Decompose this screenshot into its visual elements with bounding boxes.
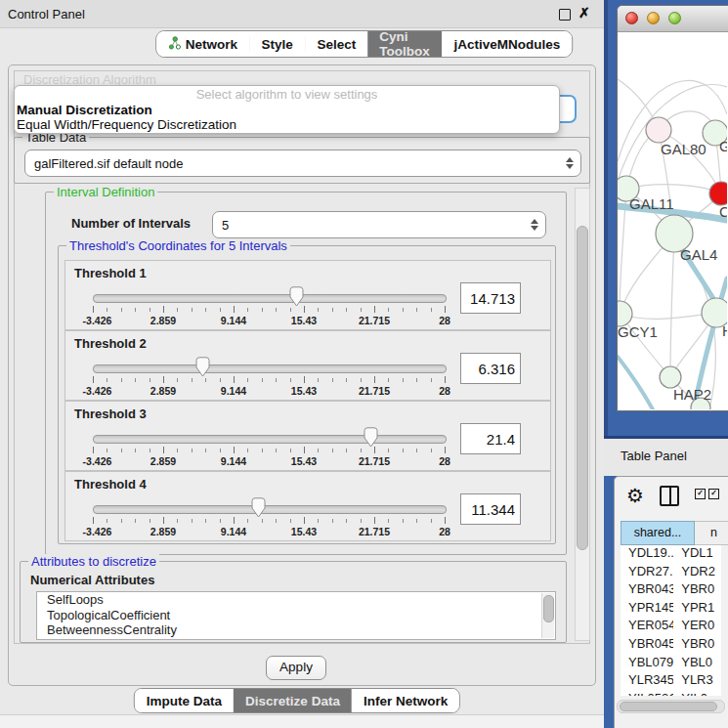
split-columns-icon[interactable] — [660, 486, 679, 506]
list-item[interactable]: TopologicalCoefficient — [37, 608, 555, 623]
slider-ticks — [93, 447, 445, 455]
node-highlighted-red[interactable] — [709, 182, 727, 205]
node-hap2[interactable] — [660, 366, 681, 388]
node-label: C — [719, 203, 727, 220]
tab-jactivemnodules[interactable]: jActiveMNodules — [443, 31, 573, 57]
tab-select[interactable]: Select — [306, 31, 368, 57]
numerical-attributes-label: Numerical Attributes — [30, 573, 154, 587]
slider-tick-labels: -3.426 2.859 9.144 15.43 21.715 28 — [93, 385, 445, 397]
tab-style[interactable]: Style — [250, 31, 305, 57]
table-row[interactable]: YDL19...YDL1 — [621, 545, 721, 564]
tab-infer-network[interactable]: Infer Network — [352, 689, 459, 712]
minimize-traffic-light-icon[interactable] — [647, 12, 660, 24]
interval-definition-title: Interval Definition — [54, 185, 157, 199]
table-horizontal-scrollbar[interactable] — [617, 700, 725, 713]
table-toolbar: ⚙ ✓ ✓ — [615, 477, 728, 516]
table-row[interactable]: YBL079WYBL0 — [621, 655, 721, 673]
tab-cyni-toolbox[interactable]: Cyni Toolbox — [367, 31, 442, 57]
threshold-3-panel: Threshold 3 -3.426 2.859 9.144 15.43 21.… — [64, 401, 551, 471]
slider-thumb[interactable] — [251, 497, 266, 518]
network-icon — [168, 36, 181, 53]
threshold-2-value-input[interactable] — [460, 353, 521, 384]
threshold-3-value-input[interactable] — [460, 423, 521, 454]
node-label: H — [722, 322, 727, 339]
table-row[interactable]: YLR345WYLR3 — [621, 672, 721, 691]
number-of-intervals-combo[interactable]: 5 — [212, 211, 546, 238]
float-window-icon[interactable] — [559, 9, 571, 21]
slider-thumb[interactable] — [364, 427, 378, 448]
threshold-2-label: Threshold 2 — [74, 336, 147, 351]
slider-thumb[interactable] — [195, 357, 210, 377]
table-panel-window: ⚙ ✓ ✓ shared... n YDL19...YDL1 YDR27...Y… — [614, 476, 728, 728]
desktop-background: GAL80 GA C GAL11 GAL4 GCY1 H HAP2 Table … — [604, 0, 728, 728]
checkbox-icon[interactable]: ✓ — [708, 489, 719, 499]
threshold-1-value-input[interactable] — [460, 282, 521, 314]
threshold-1-slider[interactable]: -3.426 2.859 9.144 15.43 21.715 28 — [93, 288, 445, 327]
table-row[interactable]: YPR145WYPR1 — [621, 600, 721, 619]
tab-network[interactable]: Network — [156, 31, 249, 57]
panel-divider[interactable] — [604, 0, 608, 438]
list-item[interactable]: SelfLoops — [37, 592, 555, 608]
table-row[interactable]: YBR043CYBR0 — [621, 581, 721, 600]
threshold-4-label: Threshold 4 — [74, 477, 147, 492]
slider-track[interactable] — [93, 364, 447, 373]
table-panel-titlebar: Table Panel — [604, 436, 728, 476]
list-item[interactable]: BetweennessCentrality — [37, 622, 555, 638]
threshold-4-value-input[interactable] — [460, 493, 521, 525]
node-label: HAP2 — [673, 386, 711, 403]
attributes-group-title: Attributes to discretize — [28, 554, 159, 569]
table-row[interactable]: YIL052CYIL0 — [621, 691, 721, 696]
threshold-3-slider[interactable]: -3.426 2.859 9.144 15.43 21.715 28 — [93, 429, 445, 468]
scrollbar-thumb[interactable] — [543, 595, 554, 622]
close-icon[interactable]: ✗ — [578, 5, 590, 21]
combo-spinner-icon — [566, 157, 574, 169]
column-header-name[interactable]: n — [695, 521, 728, 545]
tab-impute-data[interactable]: Impute Data — [135, 689, 234, 712]
column-header-shared-name[interactable]: shared... — [621, 521, 695, 545]
table-data-combo[interactable]: galFiltered.sif default node — [24, 150, 581, 177]
threshold-4-slider[interactable]: -3.426 2.859 9.144 15.43 21.715 28 — [93, 499, 445, 538]
content-scrollbar[interactable] — [575, 188, 590, 641]
network-window-titlebar[interactable] — [618, 6, 728, 32]
slider-track[interactable] — [93, 505, 447, 514]
dropdown-option-manual[interactable]: Manual Discretization — [15, 103, 559, 117]
slider-thumb[interactable] — [289, 286, 304, 307]
table-row[interactable]: YDR27...YDR2 — [621, 564, 721, 582]
close-traffic-light-icon[interactable] — [625, 12, 638, 24]
slider-ticks — [93, 517, 445, 526]
checkbox-icon[interactable]: ✓ — [695, 489, 706, 499]
apply-button[interactable]: Apply — [266, 656, 326, 680]
control-panel-titlebar: Control Panel ✗ — [0, 0, 604, 28]
node-label: GA — [719, 138, 727, 154]
node-label: GAL11 — [629, 195, 674, 212]
number-of-intervals-value: 5 — [213, 218, 531, 233]
thresholds-group: Threshold's Coordinates for 5 Intervals … — [58, 245, 556, 544]
network-graph: GAL80 GA C GAL11 GAL4 GCY1 H HAP2 — [618, 32, 727, 409]
dropdown-placeholder: Select algorithm to view settings — [15, 86, 559, 103]
network-nodes — [618, 117, 727, 409]
table-row[interactable]: YBR045CYBR0 — [621, 636, 721, 655]
list-scrollbar[interactable] — [541, 593, 554, 638]
dropdown-option-equal-width[interactable]: Equal Width/Frequency Discretization — [15, 117, 559, 132]
network-canvas[interactable]: GAL80 GA C GAL11 GAL4 GCY1 H HAP2 — [618, 32, 727, 409]
table-row[interactable]: YER054CYER0 — [621, 618, 721, 636]
slider-tick-labels: -3.426 2.859 9.144 15.43 21.715 28 — [93, 526, 445, 537]
threshold-4-panel: Threshold 4 -3.426 2.859 9.144 15.43 21.… — [64, 471, 551, 541]
slider-ticks — [93, 376, 445, 385]
numerical-attributes-list[interactable]: SelfLoops TopologicalCoefficient Between… — [36, 591, 556, 640]
scrollbar-thumb[interactable] — [620, 702, 717, 711]
top-tabbar: Network Style Select Cyni Toolbox jActiv… — [155, 30, 574, 58]
tab-discretize-data[interactable]: Discretize Data — [234, 689, 352, 712]
table-panel-title: Table Panel — [621, 449, 687, 463]
number-of-intervals-label: Number of Intervals — [71, 216, 191, 231]
threshold-2-slider[interactable]: -3.426 2.859 9.144 15.43 21.715 28 — [93, 359, 445, 398]
node-label: GAL4 — [680, 246, 717, 263]
scrollbar-thumb[interactable] — [577, 226, 588, 550]
node-gal80[interactable] — [646, 117, 671, 143]
gear-icon[interactable]: ⚙ — [626, 484, 644, 507]
zoom-traffic-light-icon[interactable] — [668, 12, 681, 24]
slider-track[interactable] — [93, 294, 447, 303]
slider-track[interactable] — [93, 435, 447, 444]
table-header: shared... n — [621, 521, 728, 545]
combo-spinner-icon — [531, 219, 538, 231]
